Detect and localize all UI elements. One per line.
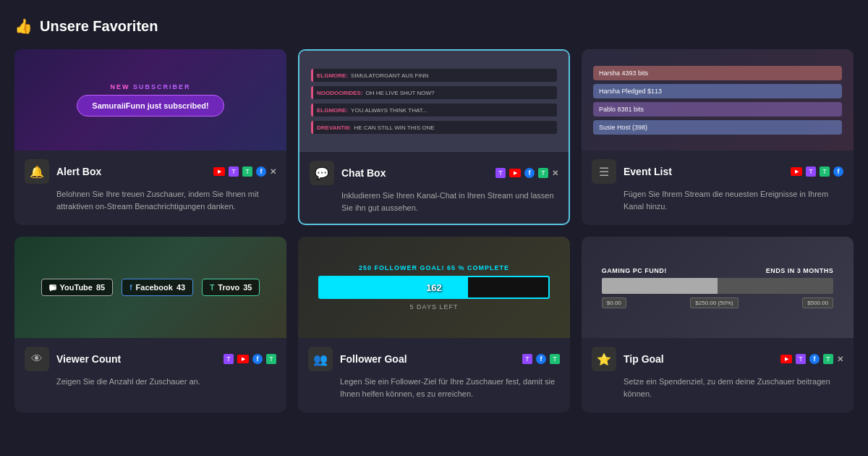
event-row: Harsha Pledged $113 [593, 84, 842, 98]
card-event-list[interactable]: Harsha 4393 bitsHarsha Pledged $113Pablo… [582, 49, 854, 225]
card-info-header: 🔔 Alert Box TTf✕ [25, 159, 276, 184]
card-name-tip-goal: Tip Goal [624, 353, 664, 365]
card-preview-viewer-count: ▶ YouTube 85f Facebook 43T Trovo 35 [14, 237, 286, 338]
card-icon-tip-goal: ⭐ [592, 347, 616, 371]
card-icon-viewer-count: 👁 [25, 347, 49, 371]
card-follower-goal[interactable]: 250 FOLLOWER GOAL! 65 % COMPLETE 162 5 D… [298, 237, 570, 413]
card-info-tip-goal: ⭐ Tip Goal TfT✕ Setze ein Spendenziel, z… [582, 338, 854, 410]
twitch-icon: T [796, 354, 806, 364]
platform-icons-tip-goal: TfT✕ [780, 354, 843, 364]
card-name-follower-goal: Follower Goal [340, 353, 407, 365]
chat-name: NOODOORIDES: [317, 90, 363, 96]
youtube-icon [780, 355, 792, 363]
viewer-preview: ▶ YouTube 85f Facebook 43T Trovo 35 [14, 237, 286, 338]
facebook-icon: f [833, 166, 843, 177]
card-chat-box[interactable]: ELGMORE:SIMULATORGANT AUS FINNNOODOORIDE… [298, 49, 570, 225]
trovo-icon: T [266, 354, 276, 364]
card-info-left: ⭐ Tip Goal [592, 347, 664, 371]
viewer-badge: T Trovo 35 [202, 279, 260, 296]
twitch-icon: T [224, 354, 234, 364]
tv-sm-icon: T [210, 284, 214, 292]
alert-preview: NEW SUBSCRIBER SamuraiiFunn just subscri… [14, 49, 286, 151]
card-desc-follower-goal: Legen Sie ein Follower-Ziel für Ihre Zus… [340, 376, 560, 400]
event-row: Pablo 8381 bits [593, 102, 842, 117]
chat-name: DREVANTI8: [317, 124, 351, 131]
platform-icons-follower-goal: TfT [522, 354, 560, 364]
card-name-viewer-count: Viewer Count [56, 353, 121, 365]
page-header: 👍 Unsere Favoriten [14, 17, 854, 35]
cards-grid: NEW SUBSCRIBER SamuraiiFunn just subscri… [14, 49, 854, 413]
event-preview: Harsha 4393 bitsHarsha Pledged $113Pablo… [582, 49, 854, 151]
page-title: Unsere Favoriten [40, 18, 158, 35]
card-info-left: 🔔 Alert Box [25, 159, 101, 184]
follower-bar: 162 [318, 276, 550, 299]
card-preview-alert-box: NEW SUBSCRIBER SamuraiiFunn just subscri… [14, 49, 286, 151]
platform-icons-viewer-count: TfT [224, 354, 276, 364]
tip-min: $0.00 [602, 297, 626, 308]
card-name-chat-box: Chat Box [341, 167, 386, 179]
card-preview-chat-box: ELGMORE:SIMULATORGANT AUS FINNNOODOORIDE… [299, 51, 569, 152]
youtube-icon [791, 167, 802, 176]
platform-icons-event-list: TTf [791, 166, 843, 177]
card-alert-box[interactable]: NEW SUBSCRIBER SamuraiiFunn just subscri… [14, 49, 286, 225]
card-info-viewer-count: 👁 Viewer Count TfT Zeigen Sie die Anzahl… [14, 338, 286, 398]
follower-value: 162 [426, 282, 442, 293]
card-info-header: ☰ Event List TTf [592, 159, 843, 184]
twitch-icon: T [495, 168, 506, 178]
x-icon: ✕ [552, 169, 558, 178]
tip-ends: ENDS IN 3 MONTHS [766, 267, 834, 274]
tip-bar [602, 278, 833, 294]
card-info-header: 👁 Viewer Count TfT [25, 347, 276, 371]
youtube-icon [237, 355, 249, 363]
facebook-icon: f [809, 354, 820, 364]
card-info-header: 👥 Follower Goal TfT [308, 347, 560, 371]
page: 👍 Unsere Favoriten NEW SUBSCRIBER Samura… [0, 0, 868, 456]
trovo-icon: T [820, 166, 830, 177]
trovo-icon: T [823, 354, 833, 364]
card-icon-chat-box: 💬 [310, 161, 334, 185]
platform-icons-alert-box: TTf✕ [213, 166, 276, 177]
facebook-icon: f [256, 166, 266, 177]
card-info-left: ☰ Event List [592, 159, 672, 184]
facebook-icon: f [524, 168, 535, 178]
trovo-icon: T [538, 168, 548, 178]
chat-message-row: ELGMORE:SIMULATORGANT AUS FINN [311, 69, 557, 82]
chat-message-row: NOODOORIDES:OH HE LIVE SHUT NOW? [311, 86, 557, 99]
platform-icons-chat-box: TfT✕ [495, 168, 558, 178]
card-info-left: 💬 Chat Box [310, 161, 386, 185]
x-icon: ✕ [270, 167, 276, 177]
trovo-icon: T [550, 354, 560, 364]
follower-title: 250 FOLLOWER GOAL! 65 % COMPLETE [359, 264, 509, 271]
twitch-icon: T [229, 166, 239, 177]
card-info-follower-goal: 👥 Follower Goal TfT Legen Sie ein Follow… [298, 338, 570, 410]
chat-name: ELGMORE: [317, 72, 348, 79]
card-info-header: ⭐ Tip Goal TfT✕ [592, 347, 843, 371]
card-icon-event-list: ☰ [592, 159, 616, 184]
card-desc-chat-box: Inkludieren Sie Ihren Kanal-Chat in Ihre… [341, 190, 558, 214]
follower-preview: 250 FOLLOWER GOAL! 65 % COMPLETE 162 5 D… [298, 237, 570, 338]
card-info-alert-box: 🔔 Alert Box TTf✕ Belohnen Sie Ihre treue… [14, 151, 286, 222]
tip-title: GAMING PC FUND! [602, 267, 667, 274]
twitch-icon: T [806, 166, 816, 177]
chat-preview: ELGMORE:SIMULATORGANT AUS FINNNOODOORIDE… [299, 51, 569, 152]
card-viewer-count[interactable]: ▶ YouTube 85f Facebook 43T Trovo 35 👁 Vi… [14, 237, 286, 413]
card-icon-alert-box: 🔔 [25, 159, 49, 184]
card-tip-goal[interactable]: GAMING PC FUND! ENDS IN 3 MONTHS $0.00 $… [582, 237, 854, 413]
thumb-icon: 👍 [14, 17, 33, 35]
facebook-icon: f [536, 354, 546, 364]
tip-mid: $250.00 (50%) [690, 297, 738, 308]
card-name-alert-box: Alert Box [56, 166, 101, 177]
youtube-icon [509, 169, 521, 177]
event-row: Harsha 4393 bits [593, 66, 842, 80]
twitch-icon: T [522, 354, 532, 364]
card-preview-event-list: Harsha 4393 bitsHarsha Pledged $113Pablo… [582, 49, 854, 151]
card-desc-viewer-count: Zeigen Sie die Anzahl der Zuschauer an. [56, 376, 276, 388]
card-name-event-list: Event List [624, 166, 672, 177]
viewer-badge: f Facebook 43 [122, 279, 193, 296]
tip-max: $500.00 [802, 297, 833, 308]
tip-labels: GAMING PC FUND! ENDS IN 3 MONTHS [602, 267, 833, 274]
facebook-icon: f [252, 354, 263, 364]
card-preview-follower-goal: 250 FOLLOWER GOAL! 65 % COMPLETE 162 5 D… [298, 237, 570, 338]
card-info-left: 👥 Follower Goal [308, 347, 407, 371]
card-desc-event-list: Fügen Sie Ihrem Stream die neuesten Erei… [624, 188, 843, 212]
